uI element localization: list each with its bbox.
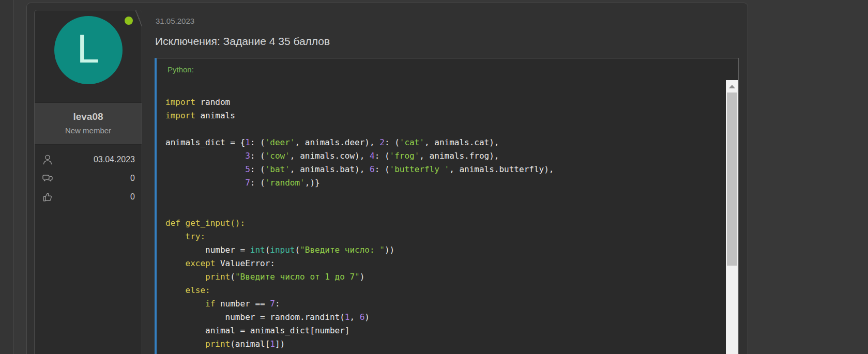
user-cell-notch (135, 10, 142, 27)
page-background: L leva08 New member 03.04.2023 (0, 0, 868, 354)
online-indicator (125, 17, 133, 25)
username-link[interactable]: leva08 (35, 111, 142, 122)
code-line: print(animal[1]) (165, 337, 723, 351)
code-block: Python: import randomimport animals anim… (155, 58, 739, 354)
code-line: 5: ('bat', animals.bat), 6: ('butterfly … (165, 163, 723, 176)
code-language-label: Python: (157, 58, 738, 80)
post-title: Исключения: Задание 4 35 баллов (155, 35, 330, 48)
stat-row-messages: 0 (41, 172, 135, 184)
user-stats: 03.04.2023 0 0 (35, 145, 142, 203)
code-line (165, 190, 723, 203)
stat-row-likes: 0 (41, 191, 135, 203)
scrollbar-up-arrow-icon (729, 85, 735, 88)
code-line: number = int(input("Введите число: ")) (165, 243, 723, 257)
code-line (165, 122, 723, 136)
scrollbar-thumb[interactable] (727, 93, 737, 266)
code-line: 3: ('cow', animals.cow), 4: ('frog', ani… (165, 149, 723, 163)
user-name-plate: leva08 New member (35, 102, 142, 145)
code-line: number = random.randint(1, 6) (165, 311, 723, 324)
code-line: else: (165, 284, 723, 297)
stat-row-joined: 03.04.2023 (41, 153, 135, 166)
scrollbar-up-button[interactable] (726, 80, 738, 93)
likes-icon (41, 191, 54, 203)
stat-value-joined: 03.04.2023 (94, 155, 135, 164)
code-line: import random (165, 96, 723, 109)
code-line: print("Введите число от 1 до 7") (165, 270, 723, 284)
post-date[interactable]: 31.05.2023 (156, 17, 194, 25)
avatar[interactable]: L (54, 16, 123, 84)
stat-value-messages: 0 (130, 174, 135, 183)
content-wrapper: L leva08 New member 03.04.2023 (13, 0, 868, 354)
code-line: 7: ('random',)} (165, 176, 723, 190)
avatar-letter: L (77, 28, 99, 69)
user-cell: L leva08 New member 03.04.2023 (34, 10, 142, 354)
code-scrollbar[interactable] (726, 80, 738, 354)
code-line: def get_input(): (165, 217, 723, 230)
code-line (165, 203, 723, 217)
stat-value-likes: 0 (130, 192, 135, 202)
messages-icon (41, 172, 54, 184)
user-role: New member (35, 126, 142, 135)
post-container: L leva08 New member 03.04.2023 (26, 3, 748, 354)
code-line: except ValueError: (165, 257, 723, 270)
code-scroll-area: import randomimport animals animals_dict… (157, 80, 738, 354)
code-line: import animals (165, 109, 723, 122)
code-line: animals_dict = {1: ('deer', animals.deer… (165, 136, 723, 149)
code-content: import randomimport animals animals_dict… (157, 80, 738, 351)
avatar-area: L (35, 10, 142, 102)
code-line: animal = animals_dict[number] (165, 324, 723, 337)
code-line: try: (165, 230, 723, 243)
code-line: if number == 7: (165, 297, 723, 311)
user-icon (41, 153, 54, 166)
